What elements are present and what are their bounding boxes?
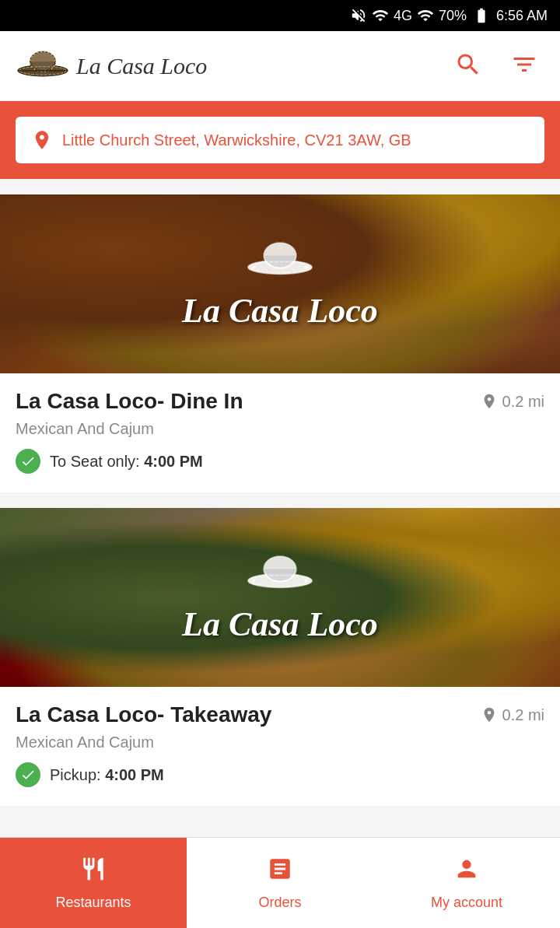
svg-point-8 [252, 265, 256, 269]
brand-name-overlay-1: La Casa Loco [182, 291, 378, 331]
logo-container: La Casa Loco [16, 43, 207, 89]
signal-icon [417, 7, 434, 24]
restaurant-name-takeaway: La Casa Loco- Takeaway [16, 702, 271, 727]
battery-level: 70% [439, 8, 467, 24]
bottom-nav: Restaurants Orders My account [0, 837, 560, 928]
restaurant-info-dine-in: La Casa Loco- Dine In 0.2 mi Mexican And… [0, 373, 560, 492]
status-check-1 [16, 449, 40, 474]
distance-text-2: 0.2 mi [502, 706, 544, 724]
pin-icon-1 [481, 393, 498, 410]
status-row-takeaway: Pickup: 4:00 PM [16, 762, 544, 787]
svg-point-13 [252, 579, 256, 583]
sombrero-overlay-icon [245, 238, 315, 285]
restaurant-image-takeaway: La Casa Loco [0, 508, 560, 687]
nav-restaurants-label: Restaurants [55, 895, 131, 911]
brand-logo-overlay: La Casa Loco [182, 238, 378, 331]
restaurants-icon [80, 856, 107, 888]
orders-icon [267, 856, 293, 888]
restaurants-list: La Casa Loco La Casa Loco- Dine In 0.2 m… [0, 179, 560, 837]
app-logo-icon [16, 43, 70, 89]
status-check-2 [16, 762, 40, 787]
header-actions [448, 44, 544, 87]
nav-myaccount[interactable]: My account [373, 838, 560, 928]
app-name: La Casa Loco [76, 53, 207, 79]
search-button[interactable] [448, 44, 488, 87]
restaurant-header-takeaway: La Casa Loco- Takeaway 0.2 mi [16, 702, 544, 727]
account-icon [453, 856, 480, 888]
search-icon [454, 51, 482, 79]
cuisine-takeaway: Mexican And Cajum [16, 734, 544, 751]
filter-icon [510, 51, 538, 79]
distance-takeaway: 0.2 mi [481, 706, 544, 724]
restaurant-header-dine-in: La Casa Loco- Dine In 0.2 mi [16, 389, 544, 414]
battery-icon [471, 7, 492, 24]
check-icon-2 [20, 767, 36, 783]
pin-icon-2 [481, 706, 498, 723]
nav-orders-label: Orders [258, 895, 301, 911]
cuisine-dine-in: Mexican And Cajum [16, 420, 544, 438]
nav-orders[interactable]: Orders [187, 838, 373, 928]
location-address: Little Church Street, Warwickshire, CV21… [62, 131, 411, 149]
svg-point-14 [304, 579, 308, 583]
filter-button[interactable] [504, 44, 544, 87]
status-label-1: To Seat only: 4:00 PM [50, 453, 203, 471]
location-input-container[interactable]: Little Church Street, Warwickshire, CV21… [16, 117, 544, 163]
status-row-dine-in: To Seat only: 4:00 PM [16, 449, 544, 474]
restaurant-card-takeaway[interactable]: La Casa Loco La Casa Loco- Takeaway 0.2 … [0, 508, 560, 806]
app-header: La Casa Loco [0, 31, 560, 101]
mute-icon [350, 7, 367, 24]
time: 6:56 AM [496, 8, 548, 24]
distance-dine-in: 0.2 mi [481, 393, 544, 411]
restaurant-overlay: La Casa Loco [0, 194, 560, 373]
location-pin-icon [31, 129, 53, 151]
distance-text-1: 0.2 mi [502, 393, 544, 411]
nav-myaccount-label: My account [431, 895, 502, 911]
brand-logo-overlay-2: La Casa Loco [182, 552, 378, 644]
svg-point-9 [304, 265, 308, 269]
wifi-icon [372, 7, 389, 24]
status-bar: 4G 70% 6:56 AM [0, 0, 560, 31]
restaurant-image-dine-in: La Casa Loco [0, 194, 560, 373]
restaurant-overlay-2: La Casa Loco [0, 508, 560, 687]
network-type: 4G [394, 8, 412, 24]
status-label-2: Pickup: 4:00 PM [50, 766, 164, 784]
status-icons: 4G 70% 6:56 AM [350, 7, 548, 24]
nav-restaurants[interactable]: Restaurants [0, 838, 187, 928]
brand-name-overlay-2: La Casa Loco [182, 604, 378, 644]
check-icon-1 [20, 453, 36, 469]
restaurant-info-takeaway: La Casa Loco- Takeaway 0.2 mi Mexican An… [0, 687, 560, 806]
location-bar: Little Church Street, Warwickshire, CV21… [0, 101, 560, 179]
restaurant-card-dine-in[interactable]: La Casa Loco La Casa Loco- Dine In 0.2 m… [0, 194, 560, 492]
sombrero-overlay-icon-2 [245, 552, 315, 598]
restaurant-name-dine-in: La Casa Loco- Dine In [16, 389, 243, 414]
